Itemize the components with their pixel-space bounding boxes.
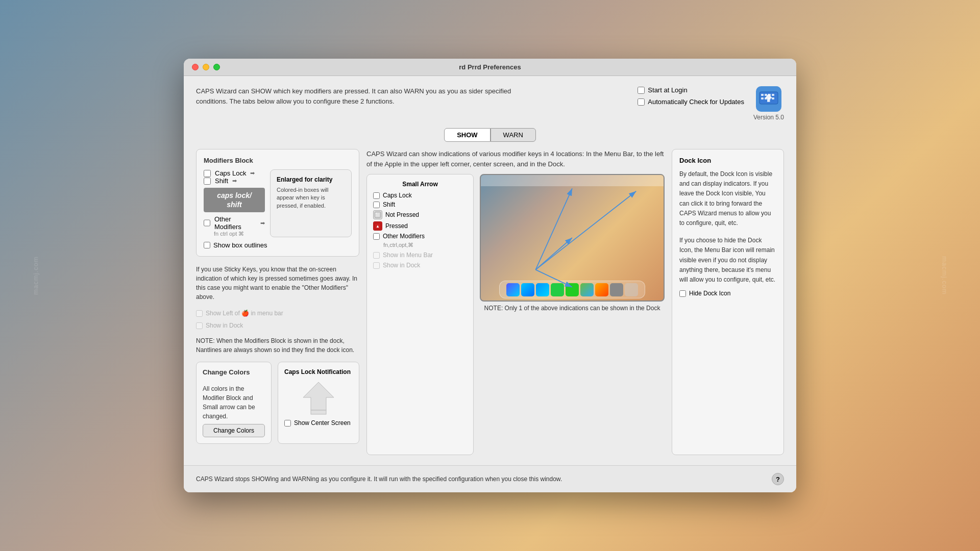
main-content: CAPS Wizard can SHOW which key modifiers… (184, 76, 796, 465)
caps-lock-section: Caps Lock Notification Show Center Scree… (278, 362, 359, 444)
change-colors-button[interactable]: Change Colors (203, 424, 265, 437)
pressed-icon: ▲ (373, 221, 382, 231)
svg-text:▲: ▲ (376, 224, 380, 229)
enlarged-box: Enlarged for clarity Colored-in boxes wi… (270, 169, 352, 237)
caps-lock-checkbox[interactable] (204, 170, 211, 177)
auto-check-checkbox[interactable] (638, 98, 645, 106)
mac-menubar (481, 175, 664, 186)
settings-checkboxes: Start at Login Automatically Check for U… (638, 86, 744, 121)
colors-title: Change Colors (203, 368, 265, 376)
dock-trash-icon (625, 283, 638, 296)
start-at-login-row: Start at Login (638, 86, 744, 94)
pressed-label: Pressed (385, 222, 408, 230)
panels-inner: Small Arrow Caps Lock Shift (366, 174, 665, 455)
other-modifiers-label: Other Modifiers (214, 215, 256, 231)
footer: CAPS Wizard stops SHOWing and WARNing as… (184, 465, 796, 492)
sa-shift-checkbox[interactable] (373, 202, 380, 208)
main-panels: Modifiers Block Caps Lock ➡ Shift (196, 149, 784, 455)
shift-checkbox[interactable] (204, 178, 211, 185)
pressed-graphic: ▲ (374, 222, 381, 230)
sa-shift: Shift (373, 201, 467, 208)
show-dock-label: Show in Dock (206, 322, 243, 329)
dock-icon-desc2: If you choose to hide the Dock Icon, the… (679, 236, 776, 285)
header-row: CAPS Wizard can SHOW which key modifiers… (196, 86, 784, 121)
sa-show-menu-checkbox[interactable] (373, 252, 380, 259)
sticky-note: If you use Sticky Keys, you know that th… (196, 262, 359, 305)
caps-shift-preview: caps lock/ shift (204, 188, 265, 212)
sa-pressed: ▲ Pressed (373, 221, 467, 231)
svg-rect-5 (761, 97, 764, 99)
right-panel: Dock Icon By default, the Dock Icon is v… (672, 149, 784, 455)
dock-safari-icon (521, 283, 534, 296)
show-left-label: Show Left of 🍎 in menu bar (206, 310, 283, 317)
shift-item: Shift ➡ (204, 177, 265, 185)
middle-panel: CAPS Wizard can show indications of vari… (366, 149, 665, 455)
left-panel: Modifiers Block Caps Lock ➡ Shift (196, 149, 359, 455)
keyboard-icon (758, 91, 779, 107)
up-arrow-icon (298, 380, 339, 415)
show-dock-checkbox[interactable] (196, 322, 203, 329)
dock-icon-title: Dock Icon (679, 157, 776, 164)
minimize-button[interactable] (203, 64, 209, 70)
other-modifiers-checkbox[interactable] (204, 219, 210, 227)
sa-not-pressed: ⬜ Not Pressed (373, 210, 467, 219)
show-outlines-label: Show box outlines (213, 241, 267, 249)
checkboxes-and-version: Start at Login Automatically Check for U… (638, 86, 784, 121)
maximize-button[interactable] (213, 64, 220, 70)
close-button[interactable] (192, 64, 199, 70)
app-icon (756, 86, 781, 112)
enlarged-title: Enlarged for clarity (277, 176, 345, 183)
other-modifiers-item: Other Modifiers ➡ (204, 215, 265, 231)
show-outlines-row: Show box outlines (204, 241, 352, 249)
dock-icon-panel: Dock Icon By default, the Dock Icon is v… (672, 149, 784, 455)
caps-lock-label: Caps Lock (215, 169, 246, 177)
show-tab[interactable]: SHOW (444, 128, 490, 142)
hide-dock-checkbox[interactable] (679, 290, 686, 297)
mac-dock (499, 281, 645, 298)
caps-description: CAPS Wizard can show indications of vari… (366, 149, 665, 169)
other-modifiers-arrow: ➡ (260, 220, 265, 227)
enlarged-desc: Colored-in boxes will appear when key is… (277, 186, 345, 210)
warn-tab[interactable]: WARN (491, 128, 536, 142)
version-label: Version 5.0 (753, 114, 784, 121)
sa-show-dock-row: Show in Dock (373, 262, 467, 269)
auto-check-row: Automatically Check for Updates (638, 98, 744, 106)
not-pressed-icon: ⬜ (373, 210, 382, 219)
bottom-note: NOTE: Only 1 of the above indications ca… (480, 305, 665, 312)
sa-caps-lock-checkbox[interactable] (373, 192, 380, 199)
show-dock-row: Show in Dock (196, 322, 359, 329)
modifiers-and-enlarged: Caps Lock ➡ Shift ➡ caps lock/ shift (204, 169, 352, 237)
show-outlines-checkbox[interactable] (204, 242, 210, 248)
svg-rect-1 (761, 94, 764, 96)
tabs-row: SHOW WARN (196, 128, 784, 142)
show-center-checkbox[interactable] (284, 420, 291, 427)
svg-rect-11 (311, 410, 326, 414)
not-pressed-graphic: ⬜ (374, 211, 381, 218)
dock-mail-icon (536, 283, 549, 296)
start-at-login-checkbox[interactable] (638, 87, 645, 94)
svg-marker-10 (303, 382, 334, 410)
modifiers-block: Modifiers Block Caps Lock ➡ Shift (196, 149, 359, 257)
show-left-checkbox[interactable] (196, 310, 203, 317)
sa-other-checkbox[interactable] (373, 233, 380, 240)
show-center-label: Show Center Screen (294, 419, 351, 427)
small-arrow-panel: Small Arrow Caps Lock Shift (366, 174, 474, 455)
dock-photos-icon (595, 283, 608, 296)
version-area: Version 5.0 (753, 86, 784, 121)
shift-label: Shift (215, 177, 228, 185)
help-button[interactable]: ? (772, 473, 784, 485)
sa-caps-lock: Caps Lock (373, 192, 467, 199)
title-bar: rd Prrd Preferences (184, 59, 796, 76)
mac-screenshot (480, 174, 665, 302)
sa-show-dock-checkbox[interactable] (373, 262, 380, 269)
dock-note: NOTE: When the Modifiers Block is shown … (196, 334, 359, 357)
hide-dock-row: Hide Dock Icon (679, 290, 776, 297)
start-at-login-label: Start at Login (648, 86, 687, 94)
show-left-row: Show Left of 🍎 in menu bar (196, 310, 359, 317)
caps-section-title: Caps Lock Notification (284, 368, 353, 375)
caps-arrow-graphic (284, 380, 353, 415)
fn-keys-label: fn ctrl opt ⌘ (214, 231, 265, 237)
modifiers-block-title: Modifiers Block (204, 157, 352, 164)
svg-line-17 (535, 188, 572, 269)
colors-section: Change Colors All colors in the Modifier… (196, 362, 272, 444)
